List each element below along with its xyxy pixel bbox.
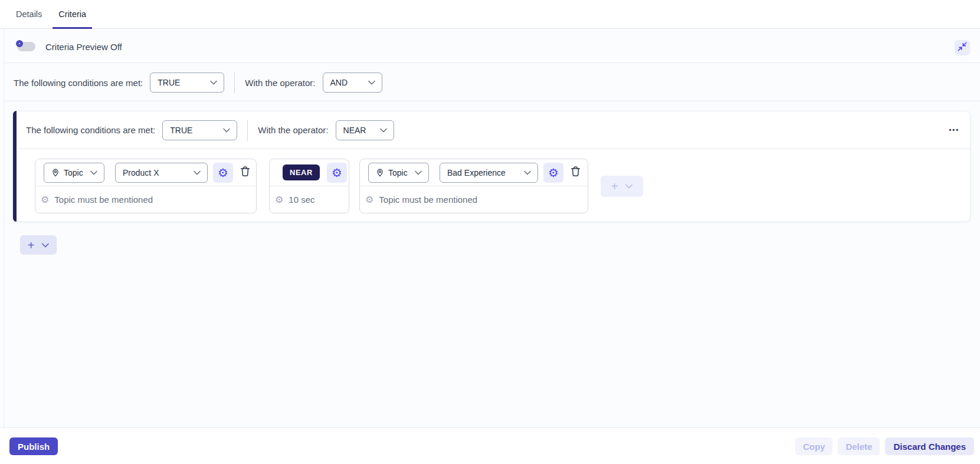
group-conditions-met-select[interactable]: TRUE — [162, 120, 237, 140]
operator-label: With the operator: — [258, 125, 328, 135]
select-value: AND — [330, 78, 362, 87]
gear-icon: ⚙ — [275, 195, 283, 205]
select-value: Bad Experience — [447, 168, 518, 177]
near-operator-badge: NEAR — [283, 164, 320, 180]
plus-icon: + — [611, 180, 618, 192]
card-controls: NEAR ⚙ — [270, 159, 349, 186]
copy-button[interactable]: Copy — [795, 437, 833, 455]
topic-pin-icon — [51, 169, 60, 177]
select-value: NEAR — [343, 126, 374, 135]
gear-icon: ⚙ — [332, 167, 342, 179]
group-header-row: The following conditions are met: TRUE W… — [26, 111, 959, 149]
footer-action-bar: Publish Copy Delete Discard Changes — [0, 427, 980, 464]
criteria-preview-toggle[interactable] — [17, 42, 35, 51]
chevron-down-icon — [524, 170, 531, 175]
tab-details[interactable]: Details — [8, 0, 50, 29]
near-note: ⚙ 10 sec — [270, 186, 349, 213]
chevron-down-icon — [368, 80, 375, 85]
condition-value-select[interactable]: Product X — [115, 163, 208, 183]
condition-group: The following conditions are met: TRUE W… — [13, 111, 971, 222]
operator-select[interactable]: AND — [323, 73, 382, 93]
group-divider — [17, 149, 970, 149]
chevron-down-icon — [42, 243, 49, 248]
gear-icon: ⚙ — [365, 195, 373, 205]
add-condition-inline-button[interactable]: + — [601, 176, 643, 197]
chevron-down-icon — [210, 80, 217, 85]
select-value: TRUE — [170, 126, 217, 135]
select-value: TRUE — [158, 78, 204, 87]
card-controls: Topic Bad Experience ⚙ — [360, 159, 588, 186]
toggle-knob — [16, 40, 23, 47]
trash-icon — [240, 166, 251, 179]
tab-criteria[interactable]: Criteria — [50, 0, 94, 29]
conditions-met-label: The following conditions are met: — [26, 125, 155, 135]
note-text: Topic must be mentioned — [54, 195, 153, 205]
trash-icon — [570, 166, 581, 179]
delete-condition-button[interactable] — [567, 163, 584, 183]
separator — [4, 101, 980, 101]
delete-button[interactable]: Delete — [838, 437, 880, 455]
panel-left-border — [4, 29, 4, 427]
condition-note: ⚙ Topic must be mentioned — [35, 186, 256, 213]
condition-note: ⚙ Topic must be mentioned — [360, 186, 588, 213]
condition-type-select[interactable]: Topic — [44, 163, 104, 183]
conditions-met-label: The following conditions are met: — [14, 78, 143, 88]
select-value: Topic — [388, 168, 409, 177]
condition-type-select[interactable]: Topic — [368, 163, 429, 183]
add-condition-button[interactable]: + — [20, 235, 57, 255]
collapse-button[interactable] — [955, 40, 970, 55]
criteria-panel: Criteria Preview Off The following condi… — [0, 29, 980, 427]
conditions-met-select[interactable]: TRUE — [150, 73, 224, 93]
group-menu-button[interactable]: ••• — [949, 127, 959, 133]
chevron-down-icon — [380, 128, 387, 133]
collapse-icon — [957, 41, 968, 54]
operator-label: With the operator: — [245, 78, 315, 88]
select-value: Topic — [64, 168, 84, 177]
condition-settings-button[interactable]: ⚙ — [213, 163, 233, 183]
plus-icon: + — [28, 239, 35, 251]
condition-card-bad-experience: Topic Bad Experience ⚙ — [359, 159, 588, 213]
chevron-down-icon — [625, 184, 632, 189]
condition-value-select[interactable]: Bad Experience — [440, 163, 538, 183]
group-operator-select[interactable]: NEAR — [336, 120, 394, 140]
delete-condition-button[interactable] — [237, 163, 253, 183]
conditions-cards-row: Topic Product X ⚙ — [35, 159, 643, 213]
separator — [4, 62, 980, 63]
root-condition-row: The following conditions are met: TRUE W… — [14, 68, 382, 97]
note-text: 10 sec — [289, 195, 314, 205]
footer-right-actions: Copy Delete Discard Changes — [795, 437, 974, 455]
condition-settings-button[interactable]: ⚙ — [543, 163, 563, 183]
select-value: Product X — [123, 168, 188, 177]
condition-card-product-x: Topic Product X ⚙ — [35, 159, 257, 213]
gear-icon: ⚙ — [41, 195, 49, 205]
discard-changes-button[interactable]: Discard Changes — [885, 437, 974, 455]
near-operator-card: NEAR ⚙ ⚙ 10 sec — [269, 159, 349, 213]
chevron-down-icon — [194, 170, 201, 175]
publish-button[interactable]: Publish — [9, 437, 58, 455]
criteria-editor: Details Criteria Criteria Preview Off — [0, 0, 980, 464]
vertical-divider — [234, 72, 235, 93]
toggle-label: Criteria Preview Off — [45, 42, 122, 52]
chevron-down-icon — [415, 170, 422, 175]
vertical-divider — [247, 120, 248, 141]
topic-pin-icon — [376, 169, 384, 177]
gear-icon: ⚙ — [548, 167, 559, 179]
tab-bar: Details Criteria — [0, 0, 980, 29]
card-controls: Topic Product X ⚙ — [35, 159, 256, 186]
preview-toggle-row: Criteria Preview Off — [17, 37, 122, 56]
near-settings-button[interactable]: ⚙ — [327, 163, 347, 183]
note-text: Topic must be mentioned — [379, 195, 477, 205]
chevron-down-icon — [223, 128, 230, 133]
chevron-down-icon — [90, 170, 97, 175]
gear-icon: ⚙ — [218, 167, 228, 179]
group-accent-bar — [13, 111, 17, 222]
